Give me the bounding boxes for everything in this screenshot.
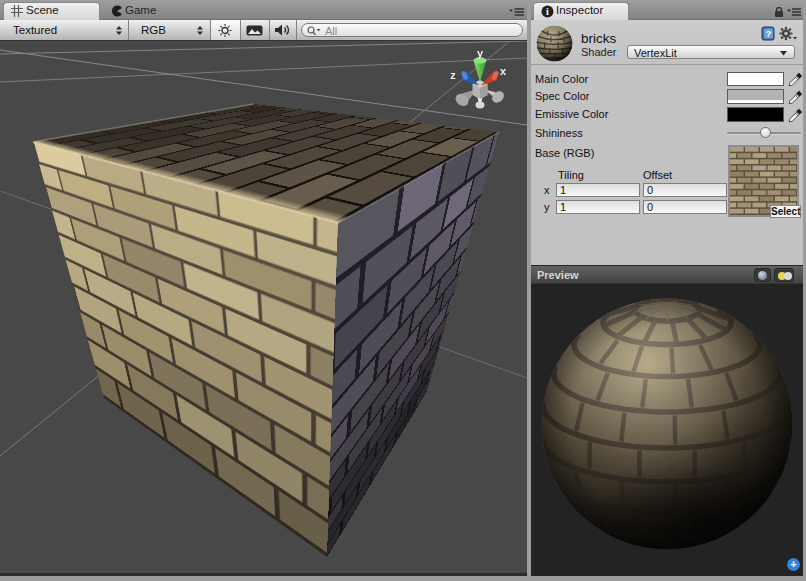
svg-text:y: y [477,47,484,59]
svg-text:z: z [450,69,456,81]
svg-text:i: i [546,6,549,17]
svg-text:?: ? [766,29,772,39]
svg-text:x: x [500,65,507,77]
